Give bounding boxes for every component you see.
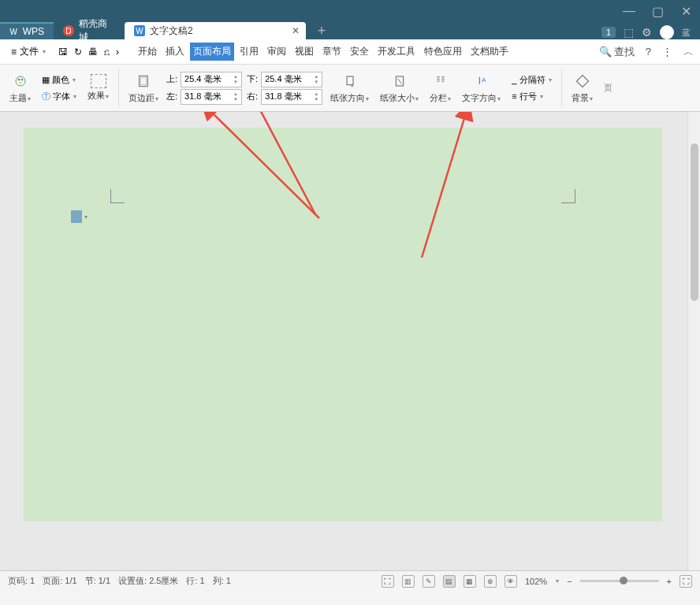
reading-view-icon[interactable]: ▥	[402, 575, 415, 588]
vertical-scrollbar[interactable]	[687, 112, 700, 570]
status-page-number[interactable]: 页码: 1	[8, 575, 35, 587]
page-view-icon[interactable]: ▤	[443, 575, 456, 588]
status-page[interactable]: 页面: 1/1	[43, 575, 76, 587]
globe-icon[interactable]: ⊕	[484, 575, 497, 588]
chevron-down-icon: ▾	[43, 48, 46, 55]
search-button[interactable]: 🔍 查找	[599, 45, 635, 59]
margin-bottom-input[interactable]: 25.4 毫米 ▲▼	[261, 72, 322, 87]
file-menu[interactable]: ≡ 文件 ▾	[6, 43, 50, 61]
tab-page-layout[interactable]: 页面布局	[190, 43, 234, 61]
ribbon-tabs: 开始 插入 页面布局 引用 审阅 视图 章节 安全 开发工具 特色应用 文档助手	[135, 43, 512, 61]
text-direction-button[interactable]: A 文字方向▾	[459, 70, 504, 106]
zoom-level[interactable]: 102%	[525, 577, 547, 586]
tab-chapter[interactable]: 章节	[319, 43, 344, 61]
theme-button[interactable]: 主题▾	[6, 70, 34, 106]
fullscreen-icon[interactable]: ⛶	[382, 575, 394, 588]
svg-point-2	[20, 79, 23, 81]
undo-icon[interactable]: ⎌	[104, 46, 110, 58]
tab-document[interactable]: W 文字文稿2 ✕	[125, 22, 306, 39]
margin-right-input[interactable]: 31.8 毫米 ▲▼	[261, 89, 322, 105]
spinner-icon[interactable]: ▲▼	[233, 74, 238, 85]
orientation-icon	[341, 72, 359, 91]
web-view-icon[interactable]: ▦	[464, 575, 476, 588]
margin-icon	[134, 72, 153, 91]
line-numbers-icon: ≡	[512, 91, 516, 101]
tab-start[interactable]: 开始	[135, 43, 160, 61]
notification-badge[interactable]: 1	[601, 27, 616, 38]
document-page[interactable]: ▾	[24, 128, 662, 521]
tab-references[interactable]: 引用	[236, 43, 262, 61]
tab-doc-helper[interactable]: 文档助手	[467, 43, 512, 61]
close-button[interactable]: ✕	[678, 3, 694, 19]
columns-icon	[431, 72, 450, 91]
font-button[interactable]: Ⓣ 字体▾	[39, 90, 80, 103]
more-icon[interactable]: ⋮	[662, 46, 672, 58]
tab-wps[interactable]: W WPS	[0, 22, 54, 39]
user-avatar[interactable]	[660, 25, 674, 39]
collapse-ribbon-icon[interactable]: ︿	[683, 45, 694, 59]
maximize-button[interactable]: ▢	[650, 3, 665, 19]
effect-button[interactable]: 效果▾	[84, 72, 112, 103]
font-label: 字体	[53, 91, 70, 102]
text-direction-icon: A	[472, 72, 491, 91]
tab-devtools[interactable]: 开发工具	[374, 43, 419, 61]
save-icon[interactable]: 🖫	[58, 46, 68, 58]
line-numbers-button[interactable]: ≡ 行号▾	[508, 90, 555, 103]
quick-access-toolbar: 🖫 ↻ 🖶 ⎌ ›	[52, 46, 125, 58]
tab-close-icon[interactable]: ✕	[292, 25, 300, 36]
print-preview-icon[interactable]: 🖶	[88, 46, 98, 58]
skin-icon[interactable]: ⬚	[624, 26, 634, 39]
text-direction-label: 文字方向▾	[462, 92, 501, 104]
search-icon: 🔍	[599, 46, 612, 58]
spinner-icon[interactable]: ▲▼	[233, 91, 238, 102]
minimize-button[interactable]: —	[621, 3, 637, 19]
menu-right: 🔍 查找 ? ⋮ ︿	[599, 45, 694, 59]
background-button[interactable]: 背景▾	[568, 70, 596, 106]
zoom-out-button[interactable]: −	[567, 577, 572, 586]
color-icon: ▦	[42, 75, 50, 85]
status-col[interactable]: 列: 1	[213, 575, 231, 587]
margin-button[interactable]: 页边距▾	[125, 70, 162, 106]
tab-security[interactable]: 安全	[347, 43, 372, 61]
theme-label: 主题▾	[9, 92, 31, 104]
separator-button[interactable]: ⎯ 分隔符▾	[508, 73, 555, 87]
page-button[interactable]: 页	[601, 80, 616, 95]
tab-insert[interactable]: 插入	[162, 43, 188, 61]
zoom-slider[interactable]	[580, 580, 659, 582]
size-button[interactable]: 纸张大小▾	[377, 70, 422, 106]
size-label: 纸张大小▾	[380, 92, 419, 104]
spinner-icon[interactable]: ▲▼	[314, 74, 318, 85]
tab-docer[interactable]: D 稻壳商城	[54, 22, 125, 39]
print-icon[interactable]: ↻	[74, 46, 82, 58]
margin-top-label: 上:	[166, 73, 177, 85]
margin-left-input[interactable]: 31.8 毫米 ▲▼	[181, 89, 242, 105]
size-icon	[390, 72, 409, 91]
tab-add-button[interactable]: +	[306, 22, 337, 39]
svg-point-1	[17, 79, 20, 81]
docer-icon: D	[63, 25, 74, 36]
status-row[interactable]: 行: 1	[186, 575, 204, 587]
page-widget[interactable]: ▾	[71, 210, 88, 223]
redo-icon[interactable]: ›	[116, 46, 119, 58]
margin-left-label: 左:	[166, 91, 177, 102]
zoom-in-button[interactable]: +	[667, 577, 672, 586]
spinner-icon[interactable]: ▲▼	[314, 91, 318, 102]
tab-view[interactable]: 视图	[292, 43, 317, 61]
columns-button[interactable]: 分栏▾	[426, 70, 454, 106]
color-button[interactable]: ▦ 颜色▾	[39, 73, 80, 87]
chevron-down-icon: ▾	[84, 213, 88, 221]
zoom-slider-thumb[interactable]	[620, 577, 627, 585]
eye-icon[interactable]: 👁	[505, 575, 517, 588]
status-position[interactable]: 设置值: 2.5厘米	[118, 575, 178, 587]
scrollbar-thumb[interactable]	[691, 143, 698, 301]
outline-view-icon[interactable]: ✎	[423, 575, 435, 588]
tab-special[interactable]: 特色应用	[421, 43, 465, 61]
margin-top-input[interactable]: 25.4 毫米 ▲▼	[181, 72, 242, 87]
fit-page-icon[interactable]: ⛶	[680, 575, 692, 588]
statusbar: 页码: 1 页面: 1/1 节: 1/1 设置值: 2.5厘米 行: 1 列: …	[0, 570, 700, 591]
status-section[interactable]: 节: 1/1	[85, 575, 110, 587]
tab-review[interactable]: 审阅	[264, 43, 289, 61]
help-icon[interactable]: ?	[646, 46, 651, 58]
settings-icon[interactable]: ⚙	[642, 26, 652, 39]
orientation-button[interactable]: 纸张方向▾	[327, 70, 372, 106]
